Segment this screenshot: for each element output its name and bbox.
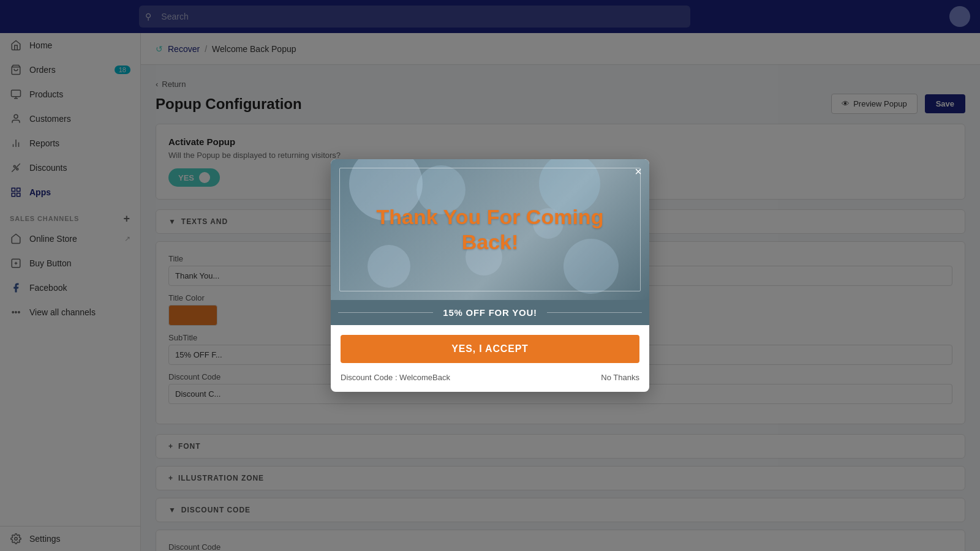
- overlay-backdrop: × Thank You For ComingBack! 15% OFF FOR …: [0, 0, 980, 551]
- subtitle-line-left: [338, 312, 433, 313]
- popup-subtitle-bar: 15% OFF FOR YOU!: [331, 300, 649, 325]
- popup-image-area: Thank You For ComingBack!: [331, 159, 649, 300]
- popup-body: 15% OFF FOR YOU! YES, I ACCEPT Discount …: [331, 300, 649, 392]
- popup-discount-code-label: Discount Code : WelcomeBack: [341, 373, 450, 382]
- no-thanks-link[interactable]: No Thanks: [601, 373, 639, 382]
- popup-title: Thank You For ComingBack!: [364, 204, 616, 255]
- popup-close-button[interactable]: ×: [635, 165, 642, 178]
- popup-accept-button[interactable]: YES, I ACCEPT: [341, 335, 639, 363]
- popup-modal: × Thank You For ComingBack! 15% OFF FOR …: [331, 159, 649, 392]
- popup-subtitle-text: 15% OFF FOR YOU!: [443, 307, 537, 318]
- popup-footer: Discount Code : WelcomeBack No Thanks: [331, 373, 649, 392]
- subtitle-line-right: [547, 312, 642, 313]
